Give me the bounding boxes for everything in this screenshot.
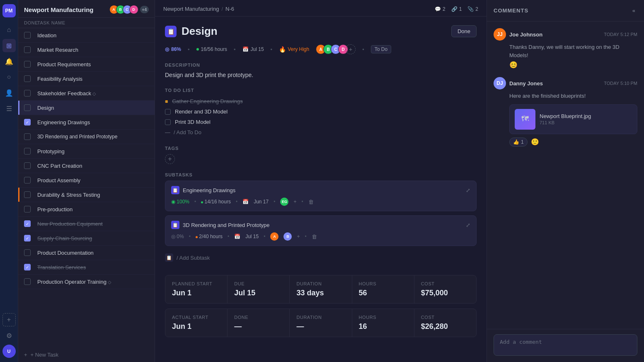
subtask-meta: ◎ 0% • 2/40 hours • 📅 Jul 15 • A B + • 🗑 [171,232,470,241]
task-checkbox[interactable] [24,148,31,154]
search-icon[interactable]: ○ [2,70,16,84]
task-checkbox[interactable] [24,75,31,82]
task-name: Product Requirements [37,61,149,68]
inbox-icon[interactable]: 🔔 [2,55,16,68]
user-avatar-icon[interactable]: U [2,345,16,358]
task-item[interactable]: Product Assembly [18,173,155,188]
add-project-icon[interactable]: + [2,313,16,326]
comment-input-area [487,329,644,362]
task-item[interactable]: Product Documentation [18,246,155,260]
done-column-header: DONE [24,20,34,25]
task-item[interactable]: New Production Equipment [18,217,155,231]
subtask-external-link[interactable]: ⤢ [466,222,470,228]
task-item[interactable]: Stakeholder Feedback [18,86,155,101]
task-name: Product Assembly [37,177,149,183]
cost-value: $75,000 [421,289,470,297]
task-checkbox[interactable] [24,249,31,256]
add-assignee-button[interactable]: + [346,44,356,54]
add-reaction-button[interactable]: 🙂 [531,138,539,146]
subtask-external-link[interactable]: ⤢ [466,187,470,193]
subtask-add-assignee[interactable]: + [297,234,300,239]
subtask-due: Jul 15 [245,234,259,239]
link-icon: 🔗 [451,6,458,12]
todo-item[interactable]: Print 3D Model [165,117,477,127]
task-item[interactable]: Translation Services [18,260,155,275]
task-checkbox[interactable] [24,264,31,270]
subtask-type-icon: 📋 [171,221,179,229]
task-item[interactable]: Market Research [18,43,155,57]
planned-start-label: PLANNED START [172,281,220,286]
task-item-design[interactable]: Design [18,101,155,115]
status-badge[interactable]: To Do [371,45,391,53]
task-item[interactable]: Production Operator Training [18,275,155,289]
task-checkbox[interactable] [24,133,31,140]
todo-checkbox[interactable] [165,119,171,125]
breadcrumb: Newport Manufacturing / N-6 💬 2 🔗 1 📎 2 [155,0,487,17]
task-item[interactable]: Supply Chain Sourcing [18,231,155,246]
subtask-delete-button[interactable]: 🗑 [308,199,314,205]
task-name: Feasibility Analysis [37,76,149,82]
task-checkbox[interactable] [24,162,31,169]
assignee-avatars: A B C D + [316,44,356,54]
actual-done-cell: DONE — [228,309,289,337]
people-icon[interactable]: 👤 [2,86,16,99]
comment-time: TODAY 5:12 PM [604,32,637,37]
task-item[interactable]: CNC Part Creation [18,159,155,173]
actual-done-value: — [234,322,283,331]
task-checkbox[interactable] [24,104,31,111]
task-item[interactable]: Engineering Drawings [18,115,155,130]
breadcrumb-project[interactable]: Newport Manufacturing [163,6,219,12]
task-checkbox[interactable] [24,61,31,68]
settings-icon[interactable]: ⚙ [2,329,16,342]
task-item[interactable]: Product Requirements [18,57,155,72]
task-checkbox[interactable] [24,278,31,285]
task-item[interactable]: Pre-production [18,202,155,217]
task-checkbox[interactable] [24,46,31,53]
subtask-avatar-2: B [283,232,292,241]
task-type-icon: 📋 [165,26,177,37]
task-checkbox[interactable] [24,235,31,241]
reaction-thumbsup[interactable]: 👍 1 [509,138,528,147]
breadcrumb-meta: 💬 2 🔗 1 📎 2 [435,6,478,12]
task-item[interactable]: Ideation [18,28,155,43]
add-tag-button[interactable]: + [165,154,175,164]
actual-start-cell: ACTUAL START Jun 1 [165,309,227,337]
task-checkbox[interactable] [24,90,31,97]
task-checkbox[interactable] [24,206,31,212]
task-checkbox[interactable] [24,191,31,198]
docs-icon[interactable]: ☰ [2,102,16,115]
team-avatars: A B C D +4 [112,5,149,14]
todo-item[interactable]: ■ Gather Engineering Drawings [165,96,477,106]
home-icon[interactable]: ⌂ [2,23,16,36]
projects-icon[interactable]: ⊞ [2,39,16,52]
task-icon-symbol: 📋 [167,28,174,35]
breadcrumb-task-id[interactable]: N-6 [225,6,234,12]
subtask-delete-button[interactable]: 🗑 [312,234,317,240]
subtask-item: 📋 Engineering Drawings ⤢ ◉ 100% • 14/16 … [165,181,477,211]
subtask-due: Jun 17 [254,199,269,205]
subtask-left: 📋 3D Rendering and Printed Prototype [171,221,270,229]
planned-stats-row: PLANNED START Jun 1 DUE Jul 15 DURATION … [165,275,477,304]
app-logo[interactable]: PM [2,4,16,17]
task-checkbox[interactable] [24,220,31,227]
add-todo-button[interactable]: — / Add To Do [165,127,477,138]
task-item[interactable]: Feasibility Analysis [18,72,155,86]
comment-input[interactable] [494,334,637,356]
subtask-add-assignee[interactable]: + [293,199,296,205]
reaction-emoji: 👍 [513,139,519,145]
todo-item[interactable]: Render and 3D Model [165,106,477,117]
comment-item: DJ Danny Jones TODAY 5:10 PM Here are th… [494,77,637,147]
task-checkbox[interactable] [24,119,31,125]
todo-checkbox[interactable] [165,109,171,115]
add-task-button[interactable]: + + New Task [18,348,155,362]
duration-label: DURATION [296,281,345,286]
task-checkbox[interactable] [24,32,31,39]
task-item[interactable]: Durability & Stress Testing [18,188,155,202]
task-checkbox[interactable] [24,177,31,183]
task-item[interactable]: 3D Rendering and Printed Prototype [18,130,155,144]
task-item[interactable]: Prototyping [18,144,155,159]
collapse-button[interactable]: « [631,6,637,15]
done-button[interactable]: Done [451,25,477,37]
add-subtask-button[interactable]: 📋 / Add Subtask [165,250,477,265]
comment-emoji-reaction[interactable]: 😊 [509,61,637,69]
